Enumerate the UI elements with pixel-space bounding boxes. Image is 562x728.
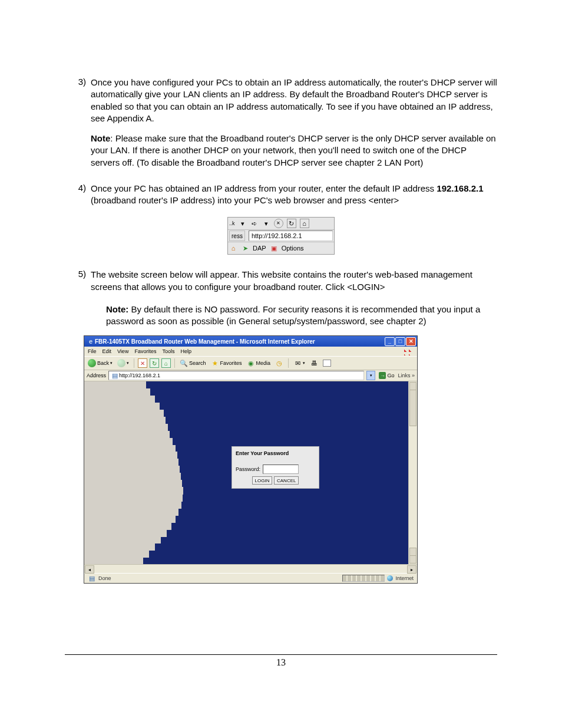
stop-icon: ✕: [274, 219, 283, 228]
menu-help[interactable]: Help: [180, 348, 191, 354]
home-button[interactable]: ⌂: [161, 358, 171, 368]
scroll-left-arrow[interactable]: ◂: [85, 565, 94, 574]
mail-button[interactable]: ✉▾: [292, 358, 306, 368]
print-icon: 🖶: [310, 359, 318, 367]
list-item-4: 4) Once your PC has obtained an IP addre…: [65, 183, 497, 207]
login-button[interactable]: LOGIN: [252, 476, 273, 485]
page-number: 13: [65, 657, 497, 668]
back-button[interactable]: Back ▾: [87, 358, 114, 368]
address-label-fragment: ress: [229, 230, 245, 241]
list-body-text: The website screen below will appear. Th…: [91, 269, 472, 291]
window-title-bar: e FBR-1405TX Broadband Router Web Manage…: [84, 336, 417, 347]
ip-address: 192.168.2.1: [437, 183, 483, 193]
menu-file[interactable]: File: [88, 348, 97, 354]
forward-button[interactable]: ▾: [116, 358, 130, 368]
address-url[interactable]: http://192.168.2.1: [249, 230, 333, 241]
login-header: Enter Your Password: [236, 450, 315, 456]
note-label: Note: [91, 133, 110, 143]
address-label: Address: [87, 373, 106, 378]
list-item-3: 3) Once you have configured your PCs to …: [65, 77, 497, 172]
media-button[interactable]: ◉Media: [246, 358, 272, 368]
search-button[interactable]: 🔍Search: [178, 358, 207, 368]
maximize-button[interactable]: □: [395, 337, 405, 346]
home-icon: ⌂: [300, 219, 309, 228]
zone-label: Internet: [395, 575, 414, 581]
page-icon: ▤: [111, 371, 119, 380]
list-body-text-b: (broadband router's IP address) into you…: [91, 195, 399, 205]
browser-screenshot: e FBR-1405TX Broadband Router Web Manage…: [84, 335, 418, 584]
list-body-text: Once you have configured your PCs to obt…: [91, 77, 497, 123]
page-icon: ▤: [88, 574, 96, 582]
password-label: Password:: [236, 466, 260, 472]
note-label: Note:: [106, 304, 128, 314]
options-label: Options: [282, 245, 304, 252]
media-icon: ◉: [247, 359, 255, 367]
print-button[interactable]: 🖶: [309, 358, 319, 368]
note-body: : Please make sure that the Broadband ro…: [91, 133, 496, 167]
scroll-right-arrow[interactable]: ▸: [407, 565, 416, 574]
star-icon: ★: [211, 359, 219, 367]
menu-favorites[interactable]: Favorites: [134, 348, 156, 354]
menu-tools[interactable]: Tools: [162, 348, 174, 354]
scroll-down-arrow[interactable]: [409, 548, 416, 556]
footer-rule: [65, 654, 497, 655]
list-number: 5): [65, 269, 91, 293]
window-title: FBR-1405TX Broadband Router Web Manageme…: [95, 338, 315, 345]
vertical-scrollbar[interactable]: [408, 381, 417, 564]
caret-down-icon: ▾: [239, 219, 247, 228]
scroll-thumb[interactable]: [409, 390, 416, 426]
address-bar-figure: ..k ▾ ➪ ▾ ✕ ↻ ⌂ ress http://192.168.2.1 …: [227, 217, 335, 255]
status-text: Done: [98, 575, 111, 581]
list-number: 4): [65, 183, 91, 207]
list-item-5: 5) The website screen below will appear.…: [65, 269, 497, 293]
internet-zone-icon: [387, 575, 393, 581]
note-body: By default there is NO password. For sec…: [106, 304, 480, 326]
favorites-button[interactable]: ★Favorites: [210, 358, 243, 368]
browser-content: Enter Your Password Password: LOGIN CANC…: [84, 381, 417, 564]
history-button[interactable]: ◷: [274, 358, 285, 368]
address-bar: Address ▤ http://192.168.2.1 ▾ →Go Links…: [84, 370, 417, 381]
history-icon: ◷: [275, 359, 283, 367]
scroll-corner: [409, 555, 416, 564]
go-button[interactable]: →Go: [378, 372, 395, 379]
menu-bar: File Edit View Favorites Tools Help: [84, 347, 417, 356]
address-input[interactable]: ▤ http://192.168.2.1: [108, 371, 364, 380]
windows-logo-icon: [404, 347, 414, 355]
mail-icon: ✉: [293, 359, 302, 367]
password-input[interactable]: [263, 465, 299, 474]
horizontal-scrollbar[interactable]: ◂ ▸: [84, 564, 417, 573]
refresh-button[interactable]: ↻: [150, 358, 159, 368]
home-icon: ⌂: [229, 244, 237, 252]
list-number: 3): [65, 77, 91, 172]
dap-icon: ➤: [241, 244, 249, 252]
menu-view[interactable]: View: [117, 348, 128, 354]
scroll-up-arrow[interactable]: [409, 382, 416, 390]
dap-label: DAP: [253, 245, 266, 252]
refresh-icon: ↻: [287, 219, 296, 228]
minimize-button[interactable]: _: [385, 337, 395, 346]
caret-down-icon: ▾: [262, 219, 270, 228]
cancel-button[interactable]: CANCEL: [274, 476, 299, 485]
toolbar: Back ▾ ▾ ✕ ↻ ⌂ 🔍Search ★Favorites ◉Media…: [84, 356, 417, 370]
list-body-text-a: Once your PC has obtained an IP address …: [91, 183, 437, 193]
edit-button[interactable]: [322, 359, 332, 367]
login-panel: Enter Your Password Password: LOGIN CANC…: [232, 446, 319, 489]
edit-icon: [323, 360, 331, 367]
close-button[interactable]: ✕: [406, 337, 416, 346]
ie-icon: e: [87, 337, 95, 345]
address-dropdown[interactable]: ▾: [366, 371, 375, 380]
links-label[interactable]: Links »: [398, 373, 415, 378]
search-icon: 🔍: [180, 359, 188, 367]
forward-arrow-icon: ➪: [250, 219, 259, 228]
address-url-text: http://192.168.2.1: [119, 373, 160, 378]
progress-indicator: [342, 575, 385, 582]
options-icon: ▣: [270, 244, 278, 252]
stop-button[interactable]: ✕: [138, 358, 147, 368]
status-bar: ▤ Done Internet: [84, 573, 417, 583]
menu-edit[interactable]: Edit: [103, 348, 112, 354]
